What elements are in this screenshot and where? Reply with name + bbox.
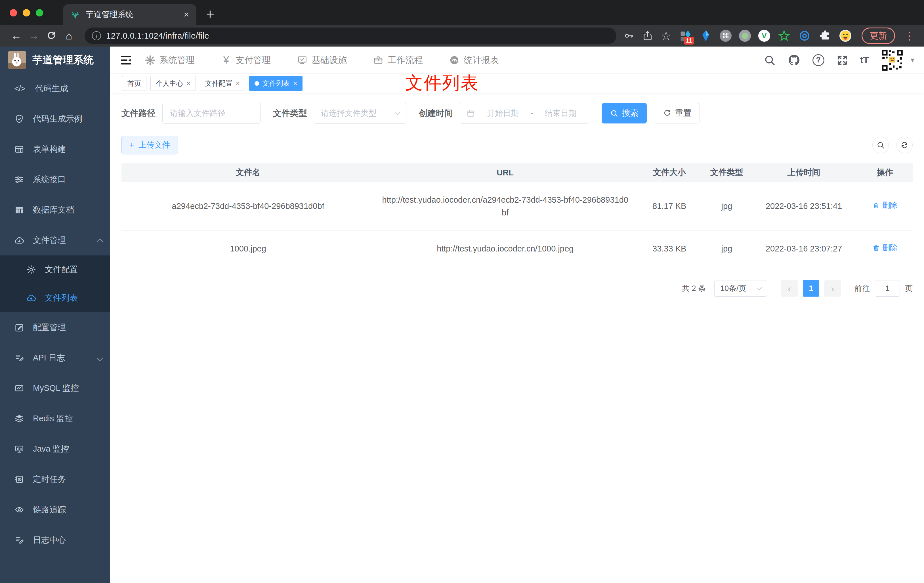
reset-button[interactable]: 重置 xyxy=(655,103,700,124)
app-header: 系统管理 ¥ 支付管理 基础设施 工作流程 统计报表 xyxy=(110,46,924,74)
search-button[interactable]: 搜索 xyxy=(602,103,647,124)
yen-icon: ¥ xyxy=(221,54,231,66)
window-zoom-button[interactable] xyxy=(36,9,43,17)
share-icon[interactable] xyxy=(642,30,653,41)
search-icon[interactable] xyxy=(764,54,776,66)
sidebar-item-java-monitor[interactable]: Java 监控 xyxy=(0,434,110,464)
new-tab-button[interactable]: + xyxy=(206,7,214,21)
extensions-puzzle-icon[interactable] xyxy=(818,29,832,42)
address-bar[interactable]: i 127.0.0.1:1024/infra/file/file xyxy=(84,28,616,44)
sidebar-logo[interactable]: 芋道管理系统 xyxy=(0,46,110,73)
extension-kite-icon[interactable] xyxy=(699,29,712,42)
date-end-placeholder[interactable]: 结束日期 xyxy=(539,108,582,119)
extension-grid-kite-icon[interactable]: 11 xyxy=(679,29,692,42)
tag-home[interactable]: 首页 xyxy=(122,76,147,91)
password-key-icon[interactable] xyxy=(623,30,635,41)
window-close-button[interactable] xyxy=(10,9,17,17)
cell-url: http://test.yudao.iocoder.cn/a294ecb2-73… xyxy=(375,182,636,231)
extension-eye-icon[interactable] xyxy=(798,29,811,42)
extension-star-icon[interactable] xyxy=(777,29,790,42)
delete-button[interactable]: 删除 xyxy=(872,200,898,211)
sliders-icon xyxy=(14,175,25,185)
topnav-item-reports[interactable]: 统计报表 xyxy=(449,54,499,66)
avatar-caret-icon[interactable]: ▾ xyxy=(911,56,914,64)
date-range-picker[interactable]: 开始日期 - 结束日期 xyxy=(460,103,589,124)
tag-file-list[interactable]: 文件列表 × xyxy=(249,76,302,91)
url-text[interactable]: 127.0.0.1:1024/infra/file/file xyxy=(106,31,209,41)
logo-rabbit-image xyxy=(8,51,26,69)
home-icon[interactable]: ⌂ xyxy=(60,30,78,42)
sidebar-item-db-doc[interactable]: 数据库文档 xyxy=(0,195,110,225)
col-actions: 操作 xyxy=(857,163,912,182)
browser-tab[interactable]: 芋道管理系统 × xyxy=(63,4,196,25)
refresh-table-button[interactable] xyxy=(896,137,912,153)
user-avatar-qr[interactable] xyxy=(881,48,904,72)
tag-profile[interactable]: 个人中心 × xyxy=(150,76,196,91)
browser-actions: ☆ 11 ⌘ V 更新 ⋮ xyxy=(623,28,917,44)
date-start-placeholder[interactable]: 开始日期 xyxy=(481,108,525,119)
refresh-icon xyxy=(900,141,909,149)
sidebar-item-form-builder[interactable]: 表单构建 xyxy=(0,134,110,164)
font-size-icon[interactable]: tT xyxy=(860,55,869,66)
upload-file-button[interactable]: + 上传文件 xyxy=(122,135,178,154)
browser-menu-icon[interactable]: ⋮ xyxy=(903,30,917,42)
extension-v-icon[interactable]: V xyxy=(758,30,770,42)
site-info-icon[interactable]: i xyxy=(92,31,101,40)
sidebar-item-redis-monitor[interactable]: Redis 监控 xyxy=(0,403,110,434)
file-path-input[interactable] xyxy=(162,103,261,124)
active-tag-dot xyxy=(254,81,259,86)
chrome-update-button[interactable]: 更新 xyxy=(861,28,895,44)
page-unit-label: 页 xyxy=(905,283,912,294)
tab-title: 芋道管理系统 xyxy=(86,9,178,20)
sidebar-item-file-list[interactable]: 文件列表 xyxy=(0,284,110,312)
topnav-item-workflow[interactable]: 工作流程 xyxy=(373,54,423,66)
fullscreen-icon[interactable] xyxy=(836,54,848,66)
forward-icon[interactable]: → xyxy=(25,30,43,42)
sidebar-collapse-icon[interactable] xyxy=(120,54,132,66)
tag-close-icon[interactable]: × xyxy=(236,79,240,88)
sidebar-item-log-center[interactable]: 日志中心 xyxy=(0,525,110,555)
sidebar-item-file-management[interactable]: 文件管理 xyxy=(0,225,110,256)
tag-file-config[interactable]: 文件配置 × xyxy=(200,76,245,91)
reload-icon[interactable] xyxy=(46,31,56,41)
extension-dot-icon[interactable] xyxy=(739,30,751,42)
layers-icon xyxy=(14,413,25,424)
table-tools xyxy=(872,137,912,153)
monitor-check-icon xyxy=(297,55,308,66)
file-type-select[interactable]: 请选择文件类型 xyxy=(314,103,406,124)
help-icon[interactable]: ? xyxy=(812,54,824,66)
current-page-button[interactable]: 1 xyxy=(803,280,819,297)
sidebar-item-scheduled-tasks[interactable]: 定时任务 xyxy=(0,464,110,494)
prev-page-button[interactable]: ‹ xyxy=(781,280,798,297)
sidebar-item-system-api[interactable]: 系统接口 xyxy=(0,164,110,195)
sidebar-item-file-config[interactable]: 文件配置 xyxy=(0,256,110,284)
next-page-button[interactable]: › xyxy=(824,280,841,297)
back-icon[interactable]: ← xyxy=(7,30,25,42)
cloud-download-icon xyxy=(14,235,25,246)
chevron-up-icon xyxy=(97,238,103,244)
topnav-item-payment[interactable]: ¥ 支付管理 xyxy=(221,54,271,66)
delete-button[interactable]: 删除 xyxy=(872,242,898,254)
sidebar-item-mysql-monitor[interactable]: MySQL 监控 xyxy=(0,373,110,403)
extension-command-icon[interactable]: ⌘ xyxy=(720,30,732,42)
window-minimize-button[interactable] xyxy=(23,9,30,17)
bookmark-star-icon[interactable]: ☆ xyxy=(661,29,672,43)
topnav-item-system[interactable]: 系统管理 xyxy=(145,54,195,66)
extension-badge: 11 xyxy=(684,36,694,45)
sidebar-item-api-log[interactable]: API 日志 xyxy=(0,343,110,373)
tag-close-icon[interactable]: × xyxy=(293,79,297,88)
goto-page-input[interactable] xyxy=(875,280,900,297)
sidebar-item-config-management[interactable]: 配置管理 xyxy=(0,312,110,343)
sidebar-item-code-example[interactable]: 代码生成示例 xyxy=(0,104,110,134)
profile-avatar-emoji[interactable] xyxy=(839,29,852,42)
tag-close-icon[interactable]: × xyxy=(186,79,190,88)
topnav-item-infrastructure[interactable]: 基础设施 xyxy=(297,54,347,66)
page-size-select[interactable]: 10条/页 xyxy=(714,280,767,297)
sidebar-item-code-generation[interactable]: </> 代码生成 xyxy=(0,73,110,104)
show-search-button[interactable] xyxy=(872,137,889,153)
sidebar-item-tracing[interactable]: 链路追踪 xyxy=(0,494,110,525)
browser-toolbar: ← → ⌂ i 127.0.0.1:1024/infra/file/file ☆… xyxy=(0,25,924,46)
tab-close-icon[interactable]: × xyxy=(183,10,189,19)
plus-icon: + xyxy=(129,140,135,150)
github-icon[interactable] xyxy=(787,54,800,67)
